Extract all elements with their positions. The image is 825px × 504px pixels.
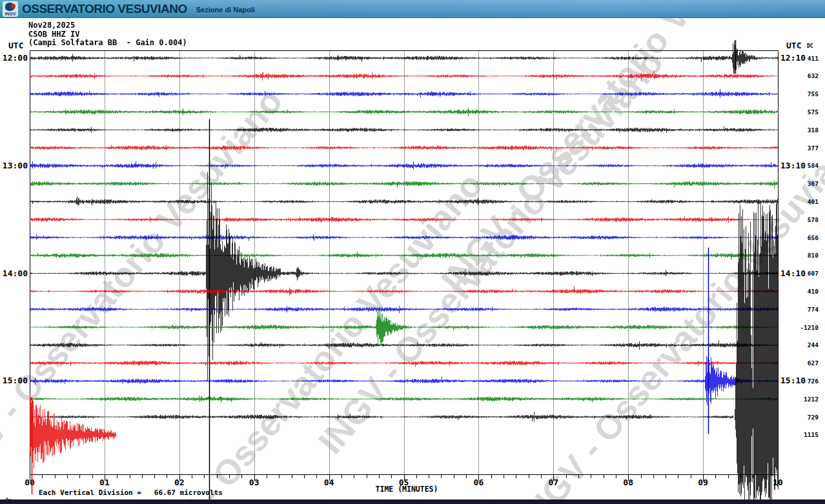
ingv-logo: INGV (3, 1, 18, 17)
helicorder-page: INGV OSSERVATORIO VESUVIANO Sezione di N… (0, 0, 825, 504)
header-bar: INGV OSSERVATORIO VESUVIANO Sezione di N… (0, 0, 825, 18)
ingv-logo-text: INGV (3, 12, 18, 17)
station-code: CSOB HHZ IV (28, 30, 187, 39)
observatory-title: OSSERVATORIO VESUVIANO (22, 2, 187, 16)
ingv-logo-red-shape (11, 4, 15, 8)
record-header: Nov28,2025 CSOB HHZ IV (Campi Solfatara … (28, 21, 187, 48)
seismogram-canvas (0, 0, 825, 504)
station-description: (Campi Solfatara BB - Gain 0.004) (28, 39, 187, 48)
bottom-strip (0, 499, 825, 504)
section-subtitle: Sezione di Napoli (196, 6, 255, 14)
record-date: Nov28,2025 (28, 21, 187, 30)
